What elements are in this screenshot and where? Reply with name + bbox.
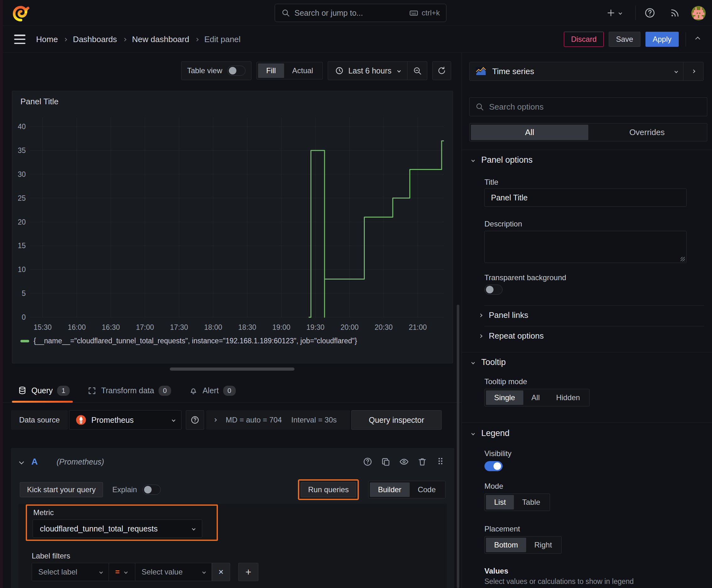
metric-select[interactable]: cloudflared_tunnel_total_requests [33,520,202,538]
tooltip-section-header[interactable]: Tooltip [472,357,506,367]
new-menu-button[interactable] [606,0,622,26]
select-label-dropdown[interactable]: Select label [32,563,109,581]
placement-bottom-option[interactable]: Bottom [486,538,526,552]
svg-text:19:00: 19:00 [272,323,290,331]
svg-text:18:00: 18:00 [204,323,222,331]
panel-resize-handle[interactable] [170,368,295,371]
legend-series-label[interactable]: {__name__="cloudflared_tunnel_total_requ… [34,337,357,345]
chevron-down-icon [192,527,195,530]
toggle-viz-picker-button[interactable] [683,62,703,80]
options-tab-all[interactable]: All [471,125,588,140]
legend-visibility-toggle[interactable] [484,461,503,471]
main-scrollbar[interactable] [457,305,459,588]
visualization-picker: Time series [469,62,704,81]
table-view-control: Table view [181,61,252,80]
actual-option[interactable]: Actual [284,63,322,78]
legend-section-header[interactable]: Legend [472,428,510,438]
options-tab-overrides[interactable]: Overrides [588,125,706,140]
options-search-input[interactable]: Search options [469,97,707,116]
breadcrumb-home[interactable]: Home [36,35,58,44]
transparent-bg-label: Transparent background [484,273,566,282]
query-options-summary[interactable]: MD = auto = 704 Interval = 30s [206,410,350,430]
alert-count-badge: 0 [223,386,236,396]
table-view-toggle[interactable] [227,66,245,76]
collapse-query-icon[interactable] [19,459,24,464]
time-series-chart[interactable]: 15:3016:0016:3017:0017:3018:0018:3019:00… [15,114,450,334]
add-filter-button[interactable]: + [238,563,258,581]
legend-placement-segmented: Bottom Right [484,536,562,554]
run-queries-button[interactable]: Run queries [301,482,356,497]
placement-right-option[interactable]: Right [526,538,560,552]
builder-option[interactable]: Builder [370,482,410,497]
panel-title-input[interactable]: Panel Title [484,188,687,207]
grip-icon [435,456,446,466]
bell-icon [189,386,198,396]
code-option[interactable]: Code [410,482,444,497]
help-button[interactable] [644,0,655,26]
delete-query-button[interactable] [417,457,427,467]
apply-button[interactable]: Apply [645,32,679,47]
query-inspector-button[interactable]: Query inspector [351,410,442,430]
visibility-label: Visibility [484,449,511,458]
remove-filter-button[interactable]: × [212,563,230,581]
time-range-button[interactable]: Last 6 hours [328,66,407,76]
transparent-bg-toggle[interactable] [484,285,503,295]
legend-series-swatch[interactable] [20,340,29,342]
svg-text:15: 15 [18,241,26,250]
tooltip-mode-segmented: Single All Hidden [484,389,589,406]
global-search-input[interactable]: Search or jump to... ctrl+k [275,4,447,22]
drag-query-handle[interactable] [435,456,446,467]
toggle-query-visibility-button[interactable] [399,457,409,467]
description-textarea[interactable] [484,231,687,263]
chevron-right-icon [213,418,217,422]
tab-query[interactable]: Query 1 [18,379,70,403]
tab-transform[interactable]: Transform data 0 [87,379,171,403]
svg-text:20:30: 20:30 [374,323,393,331]
database-icon [18,386,27,396]
grafana-logo-icon[interactable] [12,4,30,22]
breadcrumb-new-dashboard[interactable]: New dashboard [132,35,189,44]
kickstart-button[interactable]: Kick start your query [20,482,103,497]
datasource-help-button[interactable] [186,410,204,430]
select-value-dropdown[interactable]: Select value [135,563,212,581]
breadcrumb-dashboards[interactable]: Dashboards [73,35,117,44]
legend-table-option[interactable]: Table [514,495,548,509]
tab-alert[interactable]: Alert 0 [189,379,236,403]
user-avatar[interactable] [691,6,706,20]
panel-options-title: Panel options [481,155,533,165]
panel-title-value: Panel Title [491,193,528,202]
repeat-options-section[interactable]: Repeat options [479,331,544,341]
tab-query-label: Query [31,386,53,395]
datasource-picker[interactable]: Prometheus [69,410,181,430]
query-help-button[interactable] [363,457,373,467]
explain-toggle[interactable] [143,485,161,495]
fill-option[interactable]: Fill [258,63,284,78]
operator-dropdown[interactable]: = [109,563,135,581]
discard-button[interactable]: Discard [564,32,604,47]
textarea-resize-handle[interactable] [681,257,685,261]
repeat-options-title: Repeat options [489,331,544,341]
query-editor-card: A (Prometheus) Kick start your query Exp… [11,448,454,588]
news-button[interactable] [669,0,681,26]
query-ref-id[interactable]: A [31,457,38,467]
collapse-header-button[interactable] [693,35,703,44]
time-range-label: Last 6 hours [348,66,391,76]
tooltip-single-option[interactable]: Single [486,391,523,405]
actions-divider [686,32,686,46]
zoom-out-time-button[interactable] [407,62,427,80]
visualization-select[interactable]: Time series [470,66,683,77]
panel-links-section[interactable]: Panel links [479,310,528,320]
breadcrumb-separator-icon [123,38,126,41]
save-button[interactable]: Save [609,32,641,47]
tooltip-all-option[interactable]: All [523,391,548,405]
svg-text:18:30: 18:30 [238,323,257,331]
refresh-button[interactable] [432,61,451,80]
duplicate-query-button[interactable] [381,457,391,467]
panel-options-section-header[interactable]: Panel options [472,155,533,165]
menu-toggle-button[interactable] [14,35,25,44]
legend-list-option[interactable]: List [486,495,514,509]
tooltip-hidden-option[interactable]: Hidden [548,391,588,405]
help-circle-icon [190,415,200,425]
refresh-icon [437,66,447,76]
run-queries-highlight: Run queries [298,479,359,500]
